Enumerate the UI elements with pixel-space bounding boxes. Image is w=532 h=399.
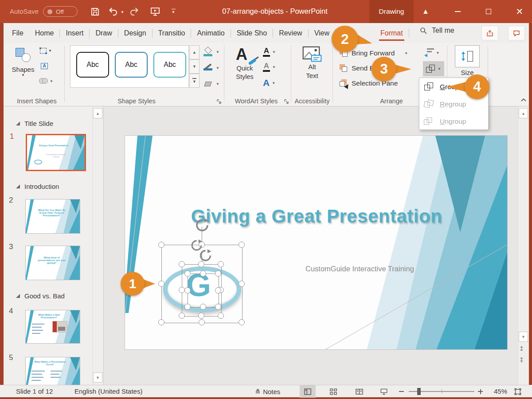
- selection-handle[interactable]: [218, 261, 224, 267]
- selection-handle[interactable]: [184, 304, 191, 310]
- section-header-title-slide[interactable]: Title Slide: [16, 120, 53, 127]
- tab-slideshow[interactable]: Slide Sho: [231, 23, 273, 43]
- alt-text-button[interactable]: Alt Text: [296, 46, 328, 95]
- selection-handle[interactable]: [239, 242, 245, 248]
- shape-effects-button[interactable]: ▼: [203, 78, 219, 90]
- shape-fill-button[interactable]: ▼: [203, 46, 219, 58]
- fit-slide-to-window-button[interactable]: [511, 385, 525, 398]
- panel-scroll-up-button[interactable]: ▲: [93, 108, 102, 118]
- text-box-button[interactable]: A: [41, 63, 48, 69]
- selection-handle[interactable]: [215, 270, 221, 277]
- canvas-scrollbar[interactable]: [518, 106, 529, 385]
- drawing-context-tab[interactable]: Drawing: [369, 0, 414, 23]
- shape-style-swatch-3[interactable]: Abc: [153, 52, 186, 78]
- minimize-button[interactable]: [448, 0, 467, 23]
- menu-item-ungroup[interactable]: Ungroup: [419, 113, 488, 130]
- start-slideshow-button[interactable]: [149, 5, 161, 18]
- selection-handle[interactable]: [198, 313, 204, 319]
- text-fill-button[interactable]: A▼: [263, 46, 276, 58]
- selection-handle[interactable]: [158, 319, 164, 325]
- panel-divider[interactable]: [103, 106, 104, 385]
- zoom-out-button[interactable]: [399, 391, 404, 392]
- tab-transitions[interactable]: Transitio: [153, 23, 191, 43]
- selection-handle[interactable]: [218, 313, 224, 319]
- normal-view-button[interactable]: [300, 385, 316, 398]
- selection-handle[interactable]: [179, 261, 185, 267]
- selection-box-inner[interactable]: [188, 274, 219, 308]
- canvas-scroll-down-button[interactable]: ▼: [519, 332, 528, 342]
- gallery-more-button[interactable]: ▼: [189, 74, 200, 88]
- selection-handle[interactable]: [158, 281, 164, 287]
- ribbon-display-options-button[interactable]: ▲: [416, 0, 435, 23]
- section-header-good-vs-bad[interactable]: Good vs. Bad: [16, 292, 65, 300]
- reading-view-button[interactable]: [351, 385, 367, 398]
- section-header-introduction[interactable]: Introduction: [16, 183, 59, 190]
- next-slide-button[interactable]: ▼▼: [520, 357, 524, 363]
- notes-button[interactable]: Notes: [254, 388, 280, 395]
- shape-outline-button[interactable]: ▼: [203, 62, 219, 74]
- tab-design[interactable]: Design: [118, 23, 152, 43]
- gallery-scroll-up-button[interactable]: ▲: [189, 45, 200, 59]
- redo-button[interactable]: [128, 5, 140, 18]
- tab-draw[interactable]: Draw: [90, 23, 117, 43]
- group-button[interactable]: ▼: [423, 61, 444, 76]
- align-button[interactable]: ▼: [423, 46, 443, 59]
- language-indicator[interactable]: English (United States): [74, 387, 142, 395]
- tab-insert[interactable]: Insert: [60, 23, 89, 43]
- shapes-button[interactable]: Shapes ▼: [11, 46, 35, 96]
- maximize-button[interactable]: [479, 0, 498, 23]
- shape-style-swatch-2[interactable]: Abc: [115, 52, 148, 78]
- slideshow-view-button[interactable]: [376, 385, 392, 398]
- previous-slide-button[interactable]: ▲▲: [520, 345, 524, 351]
- tell-me-box[interactable]: Tell me: [419, 27, 454, 35]
- tab-file[interactable]: File: [6, 23, 29, 43]
- canvas-scroll-up-button[interactable]: ▲: [519, 108, 528, 118]
- tab-home[interactable]: Home: [29, 23, 60, 43]
- selection-handle[interactable]: [199, 319, 205, 325]
- size-button[interactable]: [455, 45, 480, 67]
- selection-handle[interactable]: [179, 287, 185, 293]
- rotate-handle-icon[interactable]: [194, 217, 210, 233]
- panel-scrollbar[interactable]: [92, 106, 103, 385]
- selection-handle[interactable]: [200, 270, 206, 277]
- slide-title[interactable]: Giving a Great Presentation: [169, 206, 464, 227]
- edit-shape-button[interactable]: ▼: [40, 48, 52, 54]
- save-button[interactable]: [89, 5, 101, 18]
- merge-shapes-button[interactable]: ▼: [39, 78, 53, 84]
- selection-handle[interactable]: [239, 281, 245, 287]
- quick-styles-button[interactable]: A Quick Styles: [231, 46, 259, 95]
- customize-qat-button[interactable]: ▼: [168, 5, 178, 18]
- selection-handle[interactable]: [184, 270, 191, 277]
- slide-thumbnail-3[interactable]: What kind of presentations are you givin…: [25, 246, 80, 280]
- selection-handle[interactable]: [200, 304, 206, 310]
- comments-button[interactable]: [508, 26, 525, 40]
- collapse-ribbon-button[interactable]: [519, 96, 528, 103]
- autosave-toggle[interactable]: Off: [43, 6, 78, 17]
- slide-sorter-view-button[interactable]: [325, 385, 341, 398]
- slide-thumbnail-1[interactable]: Giving a Great Presentation CustomGuide …: [26, 134, 86, 171]
- close-button[interactable]: ✕: [510, 0, 529, 23]
- undo-dropdown-caret[interactable]: ▼: [121, 10, 124, 14]
- selection-handle[interactable]: [215, 287, 221, 293]
- text-outline-button[interactable]: A▼: [263, 61, 276, 73]
- gallery-scroll-down-button[interactable]: ▼: [189, 59, 200, 74]
- slide-canvas[interactable]: Giving a Great Presentation CustomGuide …: [125, 135, 508, 350]
- panel-scroll-down-button[interactable]: ▼: [93, 372, 102, 383]
- slide-subtitle[interactable]: CustomGuide Interactive Training: [305, 265, 414, 273]
- rotate-handle-icon[interactable]: [198, 248, 213, 263]
- shape-style-swatch-1[interactable]: Abc: [76, 52, 109, 78]
- tab-format[interactable]: Format: [375, 23, 409, 43]
- selection-handle[interactable]: [158, 242, 164, 248]
- selection-handle[interactable]: [215, 304, 221, 310]
- selection-handle[interactable]: [179, 313, 185, 319]
- tab-view[interactable]: View: [309, 23, 335, 43]
- text-effects-button[interactable]: A▼: [263, 77, 275, 89]
- undo-button[interactable]: [107, 5, 120, 18]
- shape-styles-dialog-launcher[interactable]: [216, 98, 222, 104]
- wordart-styles-dialog-launcher[interactable]: [284, 98, 289, 104]
- zoom-slider-thumb[interactable]: [417, 388, 421, 395]
- slide-count-indicator[interactable]: Slide 1 of 12: [16, 387, 53, 395]
- zoom-level[interactable]: 45%: [488, 387, 507, 395]
- tab-review[interactable]: Review: [273, 23, 308, 43]
- tab-animations[interactable]: Animatio: [191, 23, 230, 43]
